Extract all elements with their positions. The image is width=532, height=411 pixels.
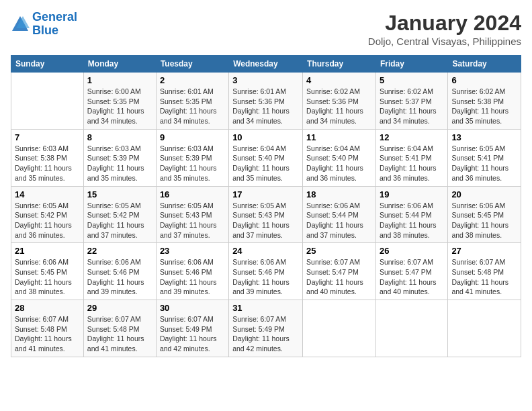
- day-cell: 30Sunrise: 6:07 AMSunset: 5:49 PMDayligh…: [156, 300, 228, 357]
- day-number: 20: [451, 189, 517, 199]
- day-number: 5: [380, 75, 444, 85]
- day-number: 1: [87, 75, 152, 85]
- day-cell: 26Sunrise: 6:07 AMSunset: 5:47 PMDayligh…: [375, 243, 447, 300]
- day-number: 7: [15, 132, 80, 142]
- day-cell: [11, 73, 84, 130]
- header-row: SundayMondayTuesdayWednesdayThursdayFrid…: [11, 56, 521, 73]
- logo-line2: Blue: [32, 24, 58, 37]
- header-cell-tuesday: Tuesday: [156, 56, 228, 73]
- day-cell: 13Sunrise: 6:05 AMSunset: 5:41 PMDayligh…: [448, 129, 521, 186]
- day-number: 23: [160, 246, 225, 256]
- day-cell: [375, 300, 447, 357]
- day-info: Sunrise: 6:02 AMSunset: 5:38 PMDaylight:…: [451, 87, 517, 126]
- day-info: Sunrise: 6:01 AMSunset: 5:36 PMDaylight:…: [232, 87, 299, 126]
- header-cell-sunday: Sunday: [11, 56, 84, 73]
- day-cell: 8Sunrise: 6:03 AMSunset: 5:39 PMDaylight…: [83, 129, 156, 186]
- day-info: Sunrise: 6:03 AMSunset: 5:39 PMDaylight:…: [160, 144, 225, 183]
- day-cell: 11Sunrise: 6:04 AMSunset: 5:40 PMDayligh…: [303, 129, 376, 186]
- day-info: Sunrise: 6:05 AMSunset: 5:43 PMDaylight:…: [232, 201, 299, 240]
- day-cell: 12Sunrise: 6:04 AMSunset: 5:41 PMDayligh…: [375, 129, 447, 186]
- logo-icon: [11, 15, 30, 34]
- day-number: 22: [87, 246, 152, 256]
- day-cell: 1Sunrise: 6:00 AMSunset: 5:35 PMDaylight…: [83, 73, 156, 130]
- day-cell: 6Sunrise: 6:02 AMSunset: 5:38 PMDaylight…: [448, 73, 521, 130]
- day-cell: 17Sunrise: 6:05 AMSunset: 5:43 PMDayligh…: [229, 186, 303, 243]
- day-info: Sunrise: 6:05 AMSunset: 5:41 PMDaylight:…: [451, 144, 517, 183]
- day-number: 25: [306, 246, 372, 256]
- day-cell: 10Sunrise: 6:04 AMSunset: 5:40 PMDayligh…: [229, 129, 303, 186]
- day-cell: 28Sunrise: 6:07 AMSunset: 5:48 PMDayligh…: [11, 300, 84, 357]
- header-cell-friday: Friday: [375, 56, 447, 73]
- day-cell: 25Sunrise: 6:07 AMSunset: 5:47 PMDayligh…: [303, 243, 376, 300]
- week-row-3: 14Sunrise: 6:05 AMSunset: 5:42 PMDayligh…: [11, 186, 521, 243]
- header-cell-thursday: Thursday: [303, 56, 376, 73]
- day-number: 18: [306, 189, 372, 199]
- day-number: 30: [160, 303, 225, 313]
- day-info: Sunrise: 6:06 AMSunset: 5:46 PMDaylight:…: [160, 257, 225, 297]
- day-number: 2: [160, 75, 225, 85]
- day-number: 9: [160, 132, 225, 142]
- day-cell: 20Sunrise: 6:06 AMSunset: 5:45 PMDayligh…: [448, 186, 521, 243]
- calendar-subtitle: Doljo, Central Visayas, Philippines: [368, 36, 521, 47]
- day-number: 19: [380, 189, 444, 199]
- day-cell: 18Sunrise: 6:06 AMSunset: 5:44 PMDayligh…: [303, 186, 376, 243]
- day-info: Sunrise: 6:04 AMSunset: 5:40 PMDaylight:…: [306, 144, 372, 183]
- day-number: 17: [232, 189, 299, 199]
- header-cell-monday: Monday: [83, 56, 156, 73]
- day-cell: 15Sunrise: 6:05 AMSunset: 5:42 PMDayligh…: [83, 186, 156, 243]
- day-info: Sunrise: 6:05 AMSunset: 5:42 PMDaylight:…: [15, 201, 80, 240]
- day-info: Sunrise: 6:07 AMSunset: 5:49 PMDaylight:…: [232, 314, 299, 354]
- day-number: 11: [306, 132, 372, 142]
- day-number: 28: [15, 303, 80, 313]
- day-cell: 7Sunrise: 6:03 AMSunset: 5:38 PMDaylight…: [11, 129, 84, 186]
- day-info: Sunrise: 6:00 AMSunset: 5:35 PMDaylight:…: [87, 87, 152, 126]
- day-number: 4: [306, 75, 372, 85]
- day-info: Sunrise: 6:03 AMSunset: 5:39 PMDaylight:…: [87, 144, 152, 183]
- day-cell: 21Sunrise: 6:06 AMSunset: 5:45 PMDayligh…: [11, 243, 84, 300]
- day-number: 3: [232, 75, 299, 85]
- day-info: Sunrise: 6:07 AMSunset: 5:48 PMDaylight:…: [15, 314, 80, 354]
- day-cell: [303, 300, 376, 357]
- logo-line1: General: [32, 10, 77, 24]
- day-info: Sunrise: 6:06 AMSunset: 5:44 PMDaylight:…: [306, 201, 372, 240]
- day-info: Sunrise: 6:05 AMSunset: 5:42 PMDaylight:…: [87, 201, 152, 240]
- day-info: Sunrise: 6:07 AMSunset: 5:48 PMDaylight:…: [87, 314, 152, 354]
- calendar-table: SundayMondayTuesdayWednesdayThursdayFrid…: [11, 55, 521, 357]
- week-row-2: 7Sunrise: 6:03 AMSunset: 5:38 PMDaylight…: [11, 129, 521, 186]
- day-number: 21: [15, 246, 80, 256]
- day-number: 16: [160, 189, 225, 199]
- day-cell: 31Sunrise: 6:07 AMSunset: 5:49 PMDayligh…: [229, 300, 303, 357]
- day-info: Sunrise: 6:07 AMSunset: 5:47 PMDaylight:…: [306, 257, 372, 297]
- day-info: Sunrise: 6:06 AMSunset: 5:45 PMDaylight:…: [15, 257, 80, 297]
- logo: General Blue: [11, 11, 77, 38]
- day-cell: 16Sunrise: 6:05 AMSunset: 5:43 PMDayligh…: [156, 186, 228, 243]
- day-number: 6: [451, 75, 517, 85]
- day-number: 27: [451, 246, 517, 256]
- day-cell: 29Sunrise: 6:07 AMSunset: 5:48 PMDayligh…: [83, 300, 156, 357]
- day-cell: 19Sunrise: 6:06 AMSunset: 5:44 PMDayligh…: [375, 186, 447, 243]
- day-number: 12: [380, 132, 444, 142]
- day-number: 14: [15, 189, 80, 199]
- day-number: 10: [232, 132, 299, 142]
- day-cell: 5Sunrise: 6:02 AMSunset: 5:37 PMDaylight…: [375, 73, 447, 130]
- day-cell: 2Sunrise: 6:01 AMSunset: 5:35 PMDaylight…: [156, 73, 228, 130]
- calendar-title: January 2024: [368, 11, 521, 36]
- day-info: Sunrise: 6:07 AMSunset: 5:48 PMDaylight:…: [451, 257, 517, 297]
- day-number: 31: [232, 303, 299, 313]
- day-info: Sunrise: 6:03 AMSunset: 5:38 PMDaylight:…: [15, 144, 80, 183]
- day-info: Sunrise: 6:07 AMSunset: 5:49 PMDaylight:…: [160, 314, 225, 354]
- day-info: Sunrise: 6:04 AMSunset: 5:40 PMDaylight:…: [232, 144, 299, 183]
- logo-text: General Blue: [32, 11, 77, 38]
- day-info: Sunrise: 6:07 AMSunset: 5:47 PMDaylight:…: [380, 257, 444, 297]
- week-row-4: 21Sunrise: 6:06 AMSunset: 5:45 PMDayligh…: [11, 243, 521, 300]
- day-info: Sunrise: 6:06 AMSunset: 5:44 PMDaylight:…: [380, 201, 444, 240]
- header-cell-wednesday: Wednesday: [229, 56, 303, 73]
- day-number: 26: [380, 246, 444, 256]
- title-block: January 2024 Doljo, Central Visayas, Phi…: [368, 11, 521, 47]
- day-cell: [448, 300, 521, 357]
- day-number: 24: [232, 246, 299, 256]
- day-cell: 22Sunrise: 6:06 AMSunset: 5:46 PMDayligh…: [83, 243, 156, 300]
- day-number: 8: [87, 132, 152, 142]
- header-cell-saturday: Saturday: [448, 56, 521, 73]
- day-info: Sunrise: 6:05 AMSunset: 5:43 PMDaylight:…: [160, 201, 225, 240]
